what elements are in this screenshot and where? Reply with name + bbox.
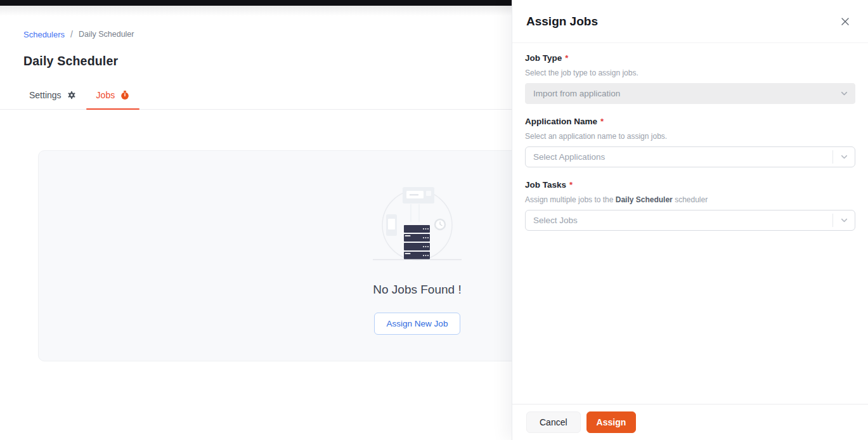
server-illustration (370, 183, 465, 262)
drawer-header: Assign Jobs (512, 0, 868, 43)
required-asterisk: * (565, 53, 568, 63)
job-type-helper: Select the job type to assign jobs. (525, 68, 855, 77)
app-root: Schedulers / Daily Scheduler Daily Sched… (0, 0, 868, 440)
breadcrumb-link-schedulers[interactable]: Schedulers (23, 30, 65, 39)
job-type-select-value: Import from application (526, 89, 833, 98)
breadcrumb-current: Daily Scheduler (79, 30, 134, 39)
close-icon[interactable] (836, 13, 854, 30)
breadcrumb-separator: / (70, 29, 73, 39)
cancel-button[interactable]: Cancel (526, 411, 581, 433)
job-type-select[interactable]: Import from application (525, 83, 855, 104)
application-name-select-placeholder: Select Applications (526, 152, 832, 162)
field-job-tasks: Job Tasks * Assign multiple jobs to the … (525, 180, 855, 231)
assign-new-job-button[interactable]: Assign New Job (374, 313, 461, 335)
required-asterisk: * (600, 117, 604, 126)
stopwatch-badge-icon (120, 91, 129, 100)
required-asterisk: * (569, 180, 573, 190)
field-job-type: Job Type * Select the job type to assign… (525, 53, 855, 104)
tab-jobs-label: Jobs (96, 90, 115, 100)
tab-jobs[interactable]: Jobs (86, 81, 140, 109)
top-fade-shadow (0, 6, 512, 16)
job-tasks-label-text: Job Tasks (525, 180, 566, 190)
job-tasks-helper-prefix: Assign multiple jobs to the (525, 195, 616, 204)
job-tasks-select[interactable]: Select Jobs (525, 210, 855, 231)
scheduler-page: Schedulers / Daily Scheduler Daily Sched… (0, 0, 512, 440)
chevron-down-icon (833, 153, 855, 161)
job-type-label-text: Job Type (525, 53, 562, 63)
gear-icon (67, 91, 76, 100)
drawer-body: Job Type * Select the job type to assign… (512, 43, 868, 404)
job-tasks-label: Job Tasks * (525, 180, 855, 190)
empty-state: No Jobs Found ! Assign New Job (316, 183, 519, 335)
top-dark-bar (0, 0, 512, 6)
chevron-down-icon (833, 216, 855, 224)
job-tasks-helper-scheduler-name: Daily Scheduler (616, 195, 673, 204)
application-name-label: Application Name * (525, 117, 855, 126)
job-tasks-select-placeholder: Select Jobs (526, 216, 832, 225)
drawer-footer: Cancel Assign (512, 404, 868, 440)
page-title: Daily Scheduler (23, 54, 118, 68)
job-tasks-helper: Assign multiple jobs to the Daily Schedu… (525, 195, 855, 204)
assign-jobs-drawer: Assign Jobs Job Type * Select the job ty… (512, 0, 868, 440)
job-type-label: Job Type * (525, 53, 855, 63)
tab-settings-label: Settings (29, 90, 62, 100)
job-tasks-helper-suffix: scheduler (673, 195, 708, 204)
application-name-label-text: Application Name (525, 117, 597, 126)
drawer-title: Assign Jobs (526, 15, 598, 29)
application-name-helper: Select an application name to assign job… (525, 132, 855, 141)
empty-state-title: No Jobs Found ! (373, 283, 461, 297)
application-name-select[interactable]: Select Applications (525, 146, 855, 167)
chevron-down-icon (833, 89, 855, 98)
breadcrumb: Schedulers / Daily Scheduler (23, 29, 134, 39)
tab-settings[interactable]: Settings (19, 81, 86, 109)
field-application-name: Application Name * Select an application… (525, 117, 855, 167)
assign-button[interactable]: Assign (586, 411, 637, 433)
tab-bar: Settings Jobs (0, 81, 512, 110)
